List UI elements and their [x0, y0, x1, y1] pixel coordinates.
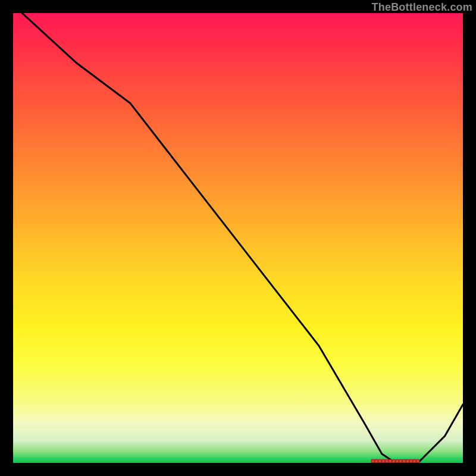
marker-dot	[389, 460, 392, 463]
marker-dot	[403, 460, 406, 463]
marker-dot	[382, 460, 385, 463]
line-chart-svg	[13, 13, 463, 463]
marker-dot	[392, 460, 395, 463]
marker-dot	[396, 460, 399, 463]
marker-dot	[409, 460, 412, 463]
marker-dot	[386, 460, 389, 463]
marker-group	[371, 460, 419, 463]
plot-area	[13, 13, 463, 463]
marker-dot	[371, 460, 374, 463]
marker-dot	[406, 460, 409, 463]
marker-dot	[399, 460, 402, 463]
marker-dot	[378, 460, 381, 463]
marker-dot	[416, 460, 419, 463]
chart-line	[22, 13, 463, 463]
watermark-text: TheBottleneck.com	[372, 1, 472, 14]
chart-container: TheBottleneck.com	[0, 0, 476, 476]
marker-dot	[413, 460, 416, 463]
marker-dot	[375, 460, 378, 463]
